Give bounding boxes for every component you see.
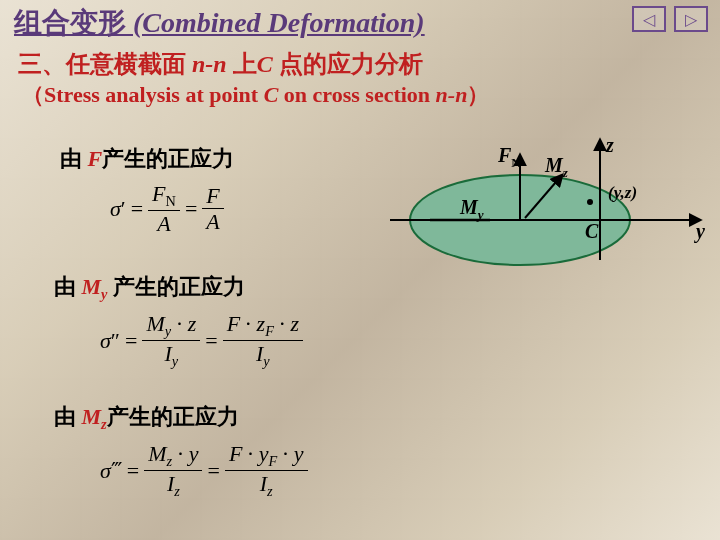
formula-sigma-triple-prime: σ‴ = Mz · y Iz = F · yF · y Iz [100,442,308,500]
f1-A2: A [202,209,223,233]
l1-post: 产生的正应力 [102,146,234,171]
f3-Izs2: z [267,484,273,500]
prev-button[interactable]: ◁ [632,6,666,32]
f1-sigma: σ [110,196,121,222]
heading-mid: 上 [227,51,257,77]
f2-z: z [188,311,197,336]
l3-post: 产生的正应力 [107,404,239,429]
f3-sigma: σ [100,458,111,484]
cross-section-diagram: FN Mz My z y C (y,z) [390,140,710,290]
f2-Iys: y [172,354,178,370]
sub-t1: Stress analysis at point [44,82,264,107]
f3-Mz: M [148,441,166,466]
triangle-left-icon: ◁ [643,10,655,29]
f2-My: M [146,311,164,336]
next-button[interactable]: ▷ [674,6,708,32]
sub-C: C [264,82,279,107]
nav-buttons: ◁ ▷ [632,6,708,32]
f1-A1: A [153,211,174,235]
heading-C: C [257,51,273,77]
section-heading: 三、任意横截面 n-n 上C 点的应力分析 [18,48,423,80]
stress-from-My-label: 由 My 产生的正应力 [54,272,245,303]
l2-pre: 由 [54,274,82,299]
point-coords: (y,z) [608,183,637,202]
point-C [587,199,593,205]
f2-z2: z [290,311,299,336]
l2-M: M [82,274,102,299]
triangle-right-icon: ▷ [685,10,697,29]
heading-prefix: 三、任意横截面 [18,51,192,77]
f1-FN: F [152,181,165,206]
f1-FNs: N [166,193,176,209]
formula-sigma-prime: σ′ = FN A = F A [110,182,224,235]
f3-prime: ‴ [111,458,122,484]
stress-from-F-label: 由 F产生的正应力 [60,144,234,174]
f1-prime: ′ [121,196,126,222]
stress-from-Mz-label: 由 Mz产生的正应力 [54,402,239,433]
sub-t2: on cross section [278,82,435,107]
l1-pre: 由 [60,146,88,171]
FN-label: FN [497,144,521,170]
f3-Iz2: I [260,471,267,496]
formula-sigma-double-prime: σ″ = My · z Iy = F · zF · z Iy [100,312,303,370]
z-axis-label: z [605,134,614,156]
l1-F: F [88,146,103,171]
f3-yF: y [259,441,269,466]
heading-nn: n-n [192,51,227,77]
f2-zFs: F [265,323,274,339]
title-cn: 组合变形 [14,7,126,38]
l2-post: 产生的正应力 [107,274,245,299]
f3-F: F [229,441,242,466]
f2-Iys2: y [263,354,269,370]
f3-Izs: z [174,484,180,500]
heading-suffix: 点的应力分析 [273,51,423,77]
sub-open: （ [22,82,44,107]
slide-title: 组合变形 (Combined Deformation) [14,4,425,42]
section-subheading: （Stress analysis at point C on cross sec… [22,80,489,110]
title-en: (Combined Deformation) [133,7,425,38]
f2-zF: z [257,311,266,336]
sub-close: ） [467,82,489,107]
f2-prime: ″ [111,328,120,354]
f1-F: F [202,184,223,209]
C-label: C [585,220,599,242]
l3-pre: 由 [54,404,82,429]
f2-F: F [227,311,240,336]
f3-y: y [189,441,199,466]
sub-nn: n-n [436,82,468,107]
f2-Iy: I [164,341,171,366]
y-axis-label: y [694,220,705,243]
l3-M: M [82,404,102,429]
f3-y2: y [294,441,304,466]
f2-sigma: σ [100,328,111,354]
